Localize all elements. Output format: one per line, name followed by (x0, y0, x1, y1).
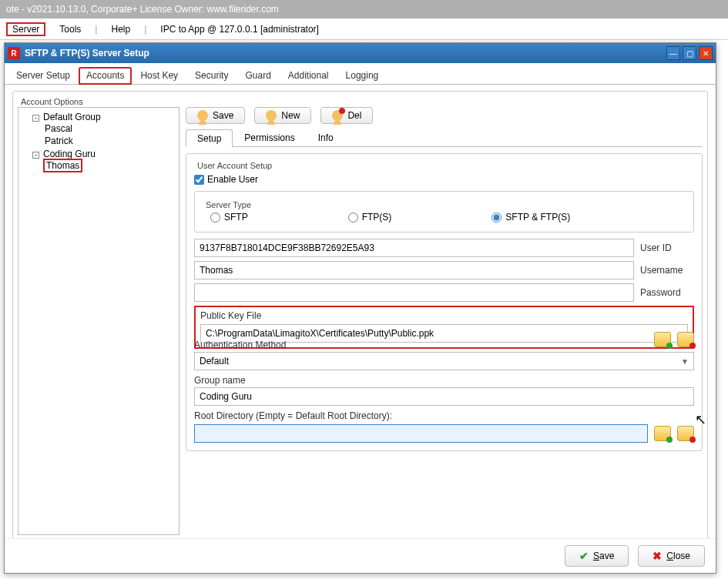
app-icon: R (8, 47, 20, 59)
tree-group[interactable]: -Default Group Pascal Patrick (32, 111, 176, 148)
public-key-browse-button[interactable] (654, 332, 671, 347)
tree-user[interactable]: Patrick (43, 135, 176, 147)
dialog-footer: ✔ Save ✖ Close (5, 538, 716, 573)
radio-ftps[interactable]: FTP(S) (348, 212, 392, 223)
tree-group-label[interactable]: Coding Guru (42, 149, 97, 159)
main-tab-bar: Server Setup Accounts Host Key Security … (5, 63, 716, 85)
dialog-close-label: Close (666, 551, 690, 561)
minimize-button[interactable]: — (666, 46, 680, 60)
tree-user[interactable]: Thomas (43, 159, 176, 172)
user-id-input[interactable] (194, 239, 634, 257)
auth-method-value: Default (200, 356, 229, 366)
username-input[interactable] (194, 261, 634, 279)
radio-sftp-ftps-input[interactable] (491, 213, 502, 223)
dialog-save-button[interactable]: ✔ Save (565, 545, 629, 567)
root-dir-input[interactable] (194, 424, 648, 443)
tab-accounts[interactable]: Accounts (79, 67, 132, 85)
tree-group-label[interactable]: Default Group (42, 112, 102, 122)
menu-separator: | (144, 24, 146, 35)
account-toolbar: Save New Del (186, 107, 703, 124)
accounts-tree[interactable]: -Default Group Pascal Patrick -Coding Gu… (18, 107, 179, 535)
subtab-info[interactable]: Info (307, 129, 345, 146)
person-delete-icon (332, 110, 343, 121)
password-label: Password (640, 287, 694, 298)
user-account-setup-legend: User Account Setup (194, 161, 275, 170)
subtab-setup[interactable]: Setup (186, 129, 233, 147)
tree-collapse-icon[interactable]: - (32, 152, 39, 159)
user-account-setup-fieldset: User Account Setup Enable User Server Ty… (186, 153, 703, 451)
menu-separator: | (95, 24, 97, 35)
chevron-down-icon: ▼ (681, 357, 689, 366)
main-menu-bar: Server Tools | Help | IPC to App @ 127.0… (0, 18, 728, 40)
account-options-fieldset: Account Options -Default Group Pascal Pa… (12, 91, 708, 541)
person-icon (197, 110, 208, 121)
tab-additional[interactable]: Additional (280, 66, 337, 84)
tab-guard[interactable]: Guard (237, 66, 279, 84)
tree-group[interactable]: -Coding Guru Thomas (32, 148, 176, 172)
user-id-label: User ID (640, 243, 694, 253)
account-sub-tabs: Setup Permissions Info (186, 129, 703, 147)
username-label: Username (640, 265, 694, 276)
radio-sftp-label: SFTP (224, 212, 248, 223)
root-dir-clear-button[interactable] (677, 426, 694, 441)
radio-sftp-input[interactable] (210, 213, 220, 223)
server-type-legend: Server Type (203, 200, 254, 209)
public-key-label: Public Key File (200, 310, 688, 321)
public-key-clear-button[interactable] (677, 332, 694, 347)
dialog-save-label: Save (593, 551, 614, 561)
tree-user-label[interactable]: Pascal (43, 123, 74, 134)
check-icon: ✔ (579, 550, 589, 562)
toolbar-save-button[interactable]: Save (186, 107, 245, 124)
root-dir-browse-button[interactable] (654, 426, 671, 441)
toolbar-save-label: Save (213, 110, 233, 121)
toolbar-new-button[interactable]: New (254, 107, 311, 124)
account-options-legend: Account Options (18, 97, 86, 106)
tab-host-key[interactable]: Host Key (132, 66, 186, 84)
tab-logging[interactable]: Logging (337, 66, 387, 84)
menu-ipc-status[interactable]: IPC to App @ 127.0.0.1 [administrator] (154, 22, 325, 36)
radio-ftps-input[interactable] (348, 213, 358, 223)
radio-sftp-ftps-label: SFTP & FTP(S) (505, 212, 570, 223)
menu-tools[interactable]: Tools (53, 22, 87, 36)
tab-security[interactable]: Security (186, 66, 237, 84)
password-input[interactable] (194, 283, 634, 302)
server-setup-dialog: R SFTP & FTP(S) Server Setup — ▢ ✕ Serve… (4, 42, 716, 574)
auth-method-dropdown[interactable]: Default ▼ (194, 352, 694, 370)
tree-user[interactable]: Pascal (43, 122, 176, 135)
radio-sftp-ftps[interactable]: SFTP & FTP(S) (491, 212, 570, 223)
dialog-titlebar[interactable]: R SFTP & FTP(S) Server Setup — ▢ ✕ (5, 43, 716, 63)
x-icon: ✖ (653, 550, 662, 562)
server-type-fieldset: Server Type SFTP FTP(S) SFTP & FTP(S) (194, 191, 694, 233)
person-icon (266, 110, 277, 121)
radio-sftp[interactable]: SFTP (210, 212, 248, 223)
group-name-label: Group name (194, 375, 694, 386)
close-window-button[interactable]: ✕ (699, 46, 713, 60)
toolbar-new-label: New (281, 110, 300, 121)
root-dir-label: Root Directory (Empty = Default Root Dir… (194, 410, 694, 421)
dialog-close-button[interactable]: ✖ Close (638, 545, 705, 567)
subtab-permissions[interactable]: Permissions (233, 129, 306, 146)
tree-collapse-icon[interactable]: - (32, 115, 39, 122)
enable-user-checkbox[interactable] (194, 175, 204, 185)
tree-user-label-selected[interactable]: Thomas (43, 159, 82, 172)
maximize-button[interactable]: ▢ (683, 46, 696, 60)
radio-ftps-label: FTP(S) (362, 212, 392, 223)
enable-user-label: Enable User (207, 174, 258, 185)
outer-window-title: ote - v2021.10.13.0, Corporate+ License … (0, 0, 728, 18)
menu-server[interactable]: Server (6, 22, 45, 36)
tab-server-setup[interactable]: Server Setup (8, 66, 79, 84)
menu-help[interactable]: Help (105, 22, 136, 36)
tree-user-label[interactable]: Patrick (43, 136, 75, 146)
toolbar-del-button[interactable]: Del (320, 107, 373, 124)
group-name-input[interactable] (194, 387, 694, 406)
toolbar-del-label: Del (347, 110, 361, 121)
dialog-title: SFTP & FTP(S) Server Setup (25, 48, 666, 59)
